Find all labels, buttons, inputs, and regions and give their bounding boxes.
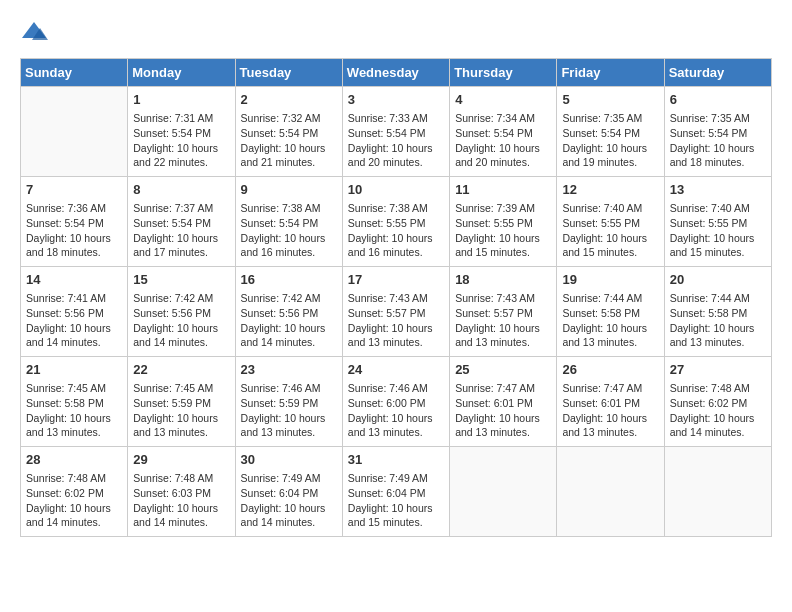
day-info: Sunrise: 7:46 AMSunset: 5:59 PMDaylight:… (241, 381, 337, 440)
day-number: 10 (348, 181, 444, 199)
day-info: Sunrise: 7:48 AMSunset: 6:03 PMDaylight:… (133, 471, 229, 530)
day-info: Sunrise: 7:37 AMSunset: 5:54 PMDaylight:… (133, 201, 229, 260)
calendar-cell: 17Sunrise: 7:43 AMSunset: 5:57 PMDayligh… (342, 267, 449, 357)
header-saturday: Saturday (664, 59, 771, 87)
calendar-cell: 23Sunrise: 7:46 AMSunset: 5:59 PMDayligh… (235, 357, 342, 447)
day-info: Sunrise: 7:45 AMSunset: 5:59 PMDaylight:… (133, 381, 229, 440)
calendar-cell: 13Sunrise: 7:40 AMSunset: 5:55 PMDayligh… (664, 177, 771, 267)
calendar-cell: 4Sunrise: 7:34 AMSunset: 5:54 PMDaylight… (450, 87, 557, 177)
day-number: 26 (562, 361, 658, 379)
day-info: Sunrise: 7:40 AMSunset: 5:55 PMDaylight:… (670, 201, 766, 260)
day-number: 23 (241, 361, 337, 379)
day-number: 13 (670, 181, 766, 199)
calendar-cell: 5Sunrise: 7:35 AMSunset: 5:54 PMDaylight… (557, 87, 664, 177)
day-info: Sunrise: 7:41 AMSunset: 5:56 PMDaylight:… (26, 291, 122, 350)
week-row-2: 7Sunrise: 7:36 AMSunset: 5:54 PMDaylight… (21, 177, 772, 267)
day-info: Sunrise: 7:38 AMSunset: 5:54 PMDaylight:… (241, 201, 337, 260)
calendar-cell: 18Sunrise: 7:43 AMSunset: 5:57 PMDayligh… (450, 267, 557, 357)
calendar-cell: 28Sunrise: 7:48 AMSunset: 6:02 PMDayligh… (21, 447, 128, 537)
day-number: 14 (26, 271, 122, 289)
calendar-cell: 27Sunrise: 7:48 AMSunset: 6:02 PMDayligh… (664, 357, 771, 447)
day-info: Sunrise: 7:35 AMSunset: 5:54 PMDaylight:… (562, 111, 658, 170)
calendar-cell: 16Sunrise: 7:42 AMSunset: 5:56 PMDayligh… (235, 267, 342, 357)
day-number: 7 (26, 181, 122, 199)
day-number: 27 (670, 361, 766, 379)
week-row-4: 21Sunrise: 7:45 AMSunset: 5:58 PMDayligh… (21, 357, 772, 447)
day-number: 19 (562, 271, 658, 289)
day-number: 1 (133, 91, 229, 109)
day-info: Sunrise: 7:47 AMSunset: 6:01 PMDaylight:… (455, 381, 551, 440)
header-tuesday: Tuesday (235, 59, 342, 87)
day-info: Sunrise: 7:44 AMSunset: 5:58 PMDaylight:… (562, 291, 658, 350)
day-info: Sunrise: 7:46 AMSunset: 6:00 PMDaylight:… (348, 381, 444, 440)
day-number: 8 (133, 181, 229, 199)
calendar-cell (450, 447, 557, 537)
day-info: Sunrise: 7:34 AMSunset: 5:54 PMDaylight:… (455, 111, 551, 170)
day-number: 29 (133, 451, 229, 469)
day-info: Sunrise: 7:39 AMSunset: 5:55 PMDaylight:… (455, 201, 551, 260)
calendar-cell: 1Sunrise: 7:31 AMSunset: 5:54 PMDaylight… (128, 87, 235, 177)
calendar-cell: 26Sunrise: 7:47 AMSunset: 6:01 PMDayligh… (557, 357, 664, 447)
calendar-cell: 22Sunrise: 7:45 AMSunset: 5:59 PMDayligh… (128, 357, 235, 447)
calendar-cell: 24Sunrise: 7:46 AMSunset: 6:00 PMDayligh… (342, 357, 449, 447)
day-info: Sunrise: 7:47 AMSunset: 6:01 PMDaylight:… (562, 381, 658, 440)
logo-icon (20, 20, 48, 42)
day-number: 16 (241, 271, 337, 289)
day-number: 18 (455, 271, 551, 289)
day-info: Sunrise: 7:35 AMSunset: 5:54 PMDaylight:… (670, 111, 766, 170)
calendar-cell: 31Sunrise: 7:49 AMSunset: 6:04 PMDayligh… (342, 447, 449, 537)
calendar-header-row: SundayMondayTuesdayWednesdayThursdayFrid… (21, 59, 772, 87)
calendar-cell: 30Sunrise: 7:49 AMSunset: 6:04 PMDayligh… (235, 447, 342, 537)
day-number: 30 (241, 451, 337, 469)
calendar-cell: 12Sunrise: 7:40 AMSunset: 5:55 PMDayligh… (557, 177, 664, 267)
calendar-cell: 19Sunrise: 7:44 AMSunset: 5:58 PMDayligh… (557, 267, 664, 357)
day-info: Sunrise: 7:33 AMSunset: 5:54 PMDaylight:… (348, 111, 444, 170)
day-info: Sunrise: 7:49 AMSunset: 6:04 PMDaylight:… (348, 471, 444, 530)
logo (20, 20, 52, 42)
day-info: Sunrise: 7:32 AMSunset: 5:54 PMDaylight:… (241, 111, 337, 170)
day-info: Sunrise: 7:48 AMSunset: 6:02 PMDaylight:… (670, 381, 766, 440)
day-number: 11 (455, 181, 551, 199)
day-info: Sunrise: 7:48 AMSunset: 6:02 PMDaylight:… (26, 471, 122, 530)
calendar-cell: 21Sunrise: 7:45 AMSunset: 5:58 PMDayligh… (21, 357, 128, 447)
calendar-cell: 8Sunrise: 7:37 AMSunset: 5:54 PMDaylight… (128, 177, 235, 267)
calendar-cell: 29Sunrise: 7:48 AMSunset: 6:03 PMDayligh… (128, 447, 235, 537)
day-number: 21 (26, 361, 122, 379)
day-info: Sunrise: 7:31 AMSunset: 5:54 PMDaylight:… (133, 111, 229, 170)
day-info: Sunrise: 7:42 AMSunset: 5:56 PMDaylight:… (133, 291, 229, 350)
header-monday: Monday (128, 59, 235, 87)
day-info: Sunrise: 7:44 AMSunset: 5:58 PMDaylight:… (670, 291, 766, 350)
day-number: 20 (670, 271, 766, 289)
day-number: 3 (348, 91, 444, 109)
day-info: Sunrise: 7:38 AMSunset: 5:55 PMDaylight:… (348, 201, 444, 260)
calendar-cell: 3Sunrise: 7:33 AMSunset: 5:54 PMDaylight… (342, 87, 449, 177)
day-number: 2 (241, 91, 337, 109)
day-number: 4 (455, 91, 551, 109)
calendar-cell (664, 447, 771, 537)
header-sunday: Sunday (21, 59, 128, 87)
calendar-cell: 9Sunrise: 7:38 AMSunset: 5:54 PMDaylight… (235, 177, 342, 267)
day-number: 5 (562, 91, 658, 109)
calendar-cell: 2Sunrise: 7:32 AMSunset: 5:54 PMDaylight… (235, 87, 342, 177)
page-header (20, 20, 772, 42)
calendar-cell (557, 447, 664, 537)
calendar-cell: 10Sunrise: 7:38 AMSunset: 5:55 PMDayligh… (342, 177, 449, 267)
week-row-3: 14Sunrise: 7:41 AMSunset: 5:56 PMDayligh… (21, 267, 772, 357)
day-number: 24 (348, 361, 444, 379)
day-info: Sunrise: 7:42 AMSunset: 5:56 PMDaylight:… (241, 291, 337, 350)
calendar-cell: 7Sunrise: 7:36 AMSunset: 5:54 PMDaylight… (21, 177, 128, 267)
day-number: 25 (455, 361, 551, 379)
calendar-cell: 25Sunrise: 7:47 AMSunset: 6:01 PMDayligh… (450, 357, 557, 447)
day-number: 9 (241, 181, 337, 199)
calendar-cell: 15Sunrise: 7:42 AMSunset: 5:56 PMDayligh… (128, 267, 235, 357)
day-number: 12 (562, 181, 658, 199)
day-number: 17 (348, 271, 444, 289)
week-row-1: 1Sunrise: 7:31 AMSunset: 5:54 PMDaylight… (21, 87, 772, 177)
day-info: Sunrise: 7:43 AMSunset: 5:57 PMDaylight:… (455, 291, 551, 350)
calendar-cell: 14Sunrise: 7:41 AMSunset: 5:56 PMDayligh… (21, 267, 128, 357)
calendar-cell (21, 87, 128, 177)
week-row-5: 28Sunrise: 7:48 AMSunset: 6:02 PMDayligh… (21, 447, 772, 537)
day-info: Sunrise: 7:36 AMSunset: 5:54 PMDaylight:… (26, 201, 122, 260)
day-number: 6 (670, 91, 766, 109)
calendar-table: SundayMondayTuesdayWednesdayThursdayFrid… (20, 58, 772, 537)
